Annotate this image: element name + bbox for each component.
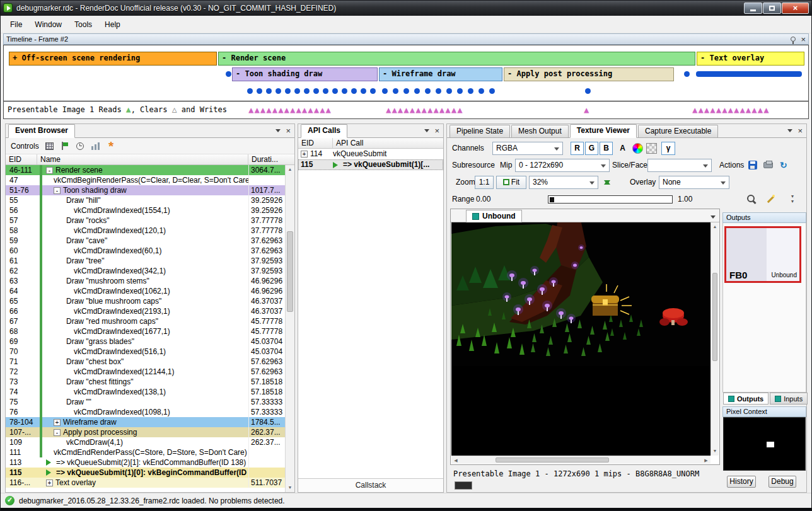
alpha-channel-button[interactable]: A	[616, 142, 629, 155]
pixel-context-view[interactable]	[723, 417, 806, 471]
channels-combo[interactable]: RGBA	[492, 142, 563, 155]
event-row[interactable]: 72vkCmdDrawIndexed(12144,1)57.62963	[6, 367, 285, 377]
timeline-bar[interactable]: + Off-screen scene rendering	[9, 52, 217, 66]
event-row[interactable]: 116-...+Text overlay511.7037	[6, 478, 285, 488]
scroll-down-icon[interactable]: ▼	[286, 483, 294, 492]
zoom-fit-button[interactable]: Fit	[496, 176, 526, 189]
refresh-icon[interactable]: ↻	[780, 159, 787, 171]
event-row[interactable]: 107-...-Apply post processing262.37...	[6, 427, 285, 437]
timeline-bar[interactable]: - Wireframe draw	[379, 67, 502, 81]
event-row[interactable]: 60vkCmdDrawIndexed(60,1)37.62963	[6, 246, 285, 256]
event-row[interactable]: 67Draw "red mushroom caps"45.77778	[6, 316, 285, 326]
event-row[interactable]: 68vkCmdDrawIndexed(1677,1)45.77778	[6, 326, 285, 336]
tab-api-calls[interactable]: API Calls	[301, 124, 347, 138]
expand-toggle-icon[interactable]: -	[46, 167, 53, 174]
checkerboard-icon[interactable]	[646, 143, 657, 154]
close-icon[interactable]: ×	[798, 127, 803, 135]
tab-capture-executable[interactable]: Capture Executable	[638, 125, 718, 137]
event-row[interactable]: 64vkCmdDrawIndexed(1062,1)46.96296	[6, 286, 285, 296]
event-row[interactable]: 58vkCmdDrawIndexed(120,1)37.77778	[6, 226, 285, 236]
api-call-row[interactable]: +114vkQueueSubmit	[298, 149, 443, 159]
event-list-scrollbar[interactable]: ▲ ▼	[285, 165, 294, 492]
event-row[interactable]: 71Draw "chest box"57.62963	[6, 357, 285, 367]
event-row[interactable]: 75Draw ""57.33333	[6, 397, 285, 407]
autofit-wand-icon[interactable]	[766, 195, 775, 204]
scroll-up-icon[interactable]: ▲	[711, 222, 719, 231]
event-row[interactable]: 55Draw "hill"39.25926	[6, 195, 285, 205]
event-row[interactable]: 59Draw "cave"37.62963	[6, 236, 285, 246]
callstack-section[interactable]: Callstack	[298, 478, 443, 492]
tab-texture-viewer[interactable]: Texture Viewer	[570, 124, 637, 138]
toolbar-overflow-icon[interactable]: ▾▾	[791, 194, 794, 204]
col-api-call[interactable]: API Call	[333, 138, 443, 148]
event-row[interactable]: 76vkCmdDrawIndexed(1098,1)57.33333	[6, 407, 285, 417]
expand-toggle-icon[interactable]: +	[301, 151, 308, 158]
event-row[interactable]: 73Draw "chest fittings"57.18518	[6, 377, 285, 387]
close-button[interactable]: ×	[782, 3, 809, 14]
close-icon[interactable]: ×	[801, 35, 806, 43]
flip-y-icon[interactable]	[603, 177, 611, 188]
event-row[interactable]: 61Draw "tree"37.92593	[6, 256, 285, 266]
event-row[interactable]: 66vkCmdDrawIndexed(2193,1)46.37037	[6, 306, 285, 316]
tab-outputs[interactable]: Outputs	[723, 393, 768, 405]
event-row[interactable]: 70vkCmdDrawIndexed(516,1)45.03704	[6, 347, 285, 357]
tab-mesh-output[interactable]: Mesh Output	[511, 125, 569, 137]
event-row[interactable]: 113=> vkQueueSubmit(2)[1]: vkEndCommandB…	[6, 457, 285, 468]
menu-file[interactable]: File	[4, 18, 28, 32]
col-eid[interactable]: EID	[6, 154, 37, 164]
menu-window[interactable]: Window	[28, 18, 68, 32]
event-row[interactable]: 111vkCmdEndRenderPass(C=Store, D=Store, …	[6, 447, 285, 457]
timeline-bar[interactable]: - Text overlay	[697, 52, 804, 66]
expand-toggle-icon[interactable]: -	[54, 187, 61, 194]
close-icon[interactable]: ×	[434, 127, 439, 135]
event-row[interactable]: 62vkCmdDrawIndexed(342,1)37.92593	[6, 266, 285, 276]
scroll-down-icon[interactable]: ▼	[711, 447, 719, 456]
zoom-combo[interactable]: 32%	[529, 176, 598, 189]
maximize-button[interactable]	[763, 3, 781, 14]
event-row[interactable]: 74vkCmdDrawIndexed(138,1)57.18518	[6, 387, 285, 397]
event-row[interactable]: 63Draw "mushroom stems"46.96296	[6, 276, 285, 286]
texture-viewport[interactable]	[451, 222, 710, 456]
menu-help[interactable]: Help	[98, 18, 127, 32]
tab-pipeline-state[interactable]: Pipeline State	[450, 125, 510, 137]
event-row[interactable]: 65Draw "blue mushroom caps"46.37037	[6, 296, 285, 306]
event-row[interactable]: 51-76-Toon shading draw1017.7...	[6, 185, 285, 195]
chevron-down-icon[interactable]	[424, 129, 429, 135]
event-row[interactable]: 57Draw "rocks"37.77778	[6, 215, 285, 226]
expand-toggle-icon[interactable]: -	[54, 429, 61, 436]
red-channel-button[interactable]: R	[571, 142, 584, 155]
col-name[interactable]: Name	[37, 154, 248, 164]
event-row[interactable]: 47vkCmdBeginRenderPass(C=Clear, D=Clear,…	[6, 175, 285, 185]
tab-event-browser[interactable]: Event Browser	[8, 124, 75, 138]
overlay-combo[interactable]: None	[659, 176, 729, 189]
color-wheel-icon[interactable]	[632, 143, 643, 154]
save-icon[interactable]	[748, 161, 757, 169]
history-button[interactable]: History	[727, 476, 756, 488]
expand-toggle-icon[interactable]: +	[46, 479, 53, 486]
zoom-1to1-button[interactable]: 1:1	[475, 176, 494, 189]
col-duration[interactable]: Durati...	[248, 154, 294, 164]
event-row[interactable]: 115=> vkQueueSubmit(1)[0]: vkBeginComman…	[6, 468, 285, 478]
timeline-bar[interactable]: - Render scene	[218, 52, 695, 66]
minimize-button[interactable]	[744, 3, 762, 14]
close-icon[interactable]: ×	[286, 127, 291, 135]
export-icon[interactable]	[763, 162, 773, 168]
texture-image[interactable]	[451, 222, 710, 366]
flag-icon[interactable]	[61, 142, 69, 150]
fb0-thumbnail[interactable]: FB0 Unbound	[724, 226, 801, 283]
mip-combo[interactable]: 0 - 1272x690	[515, 159, 610, 172]
grid-icon[interactable]	[45, 142, 54, 150]
range-slider-handle[interactable]	[550, 197, 554, 202]
event-row[interactable]: 78-104+Wireframe draw1784.5...	[6, 417, 285, 427]
blue-channel-button[interactable]: B	[600, 142, 613, 155]
timeline-body[interactable]: Presentable Image 1 Reads ▲, Clears △ an…	[3, 45, 809, 119]
green-channel-button[interactable]: G	[585, 142, 598, 155]
timeline-bar[interactable]: - Toon shading draw	[232, 67, 378, 81]
tab-unbound-texture[interactable]: Unbound	[466, 210, 522, 222]
pin-icon[interactable]	[791, 37, 796, 42]
range-slider[interactable]	[548, 195, 673, 204]
col-eid[interactable]: EID	[298, 138, 333, 148]
chevron-down-icon[interactable]	[710, 215, 716, 221]
event-row[interactable]: 46-111-Render scene3064.7...	[6, 165, 285, 175]
texture-horizontal-scrollbar[interactable]: ◀ ▶	[451, 456, 710, 464]
